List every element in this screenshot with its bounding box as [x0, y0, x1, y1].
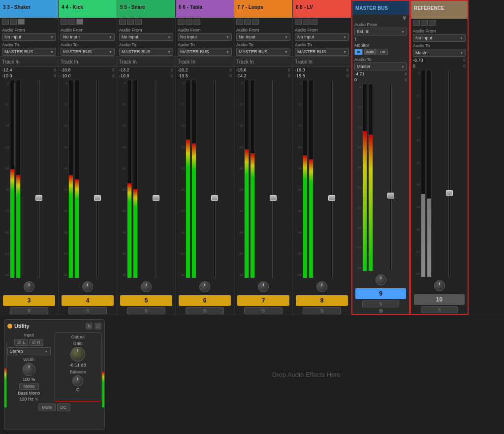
utility-refresh-icon[interactable]: ↻ [86, 323, 93, 330]
send-box[interactable] [252, 19, 259, 25]
monitor-off-button[interactable]: Off [378, 49, 388, 55]
pan-knob-masterbus[interactable] [376, 274, 386, 285]
hz-arrows[interactable]: ⇅ [35, 397, 38, 401]
audio-from-dropdown-lv[interactable]: No Input ▼ [295, 33, 349, 41]
audio-from-dropdown-reference[interactable]: No Input ▼ [413, 34, 466, 42]
send-box[interactable] [429, 20, 436, 26]
gain-label: Gain [57, 341, 100, 346]
width-knob[interactable] [23, 363, 35, 376]
track-number-lv[interactable]: 8 [296, 295, 348, 306]
pan-knob-lv[interactable] [316, 281, 327, 292]
audio-from-dropdown-masterbus[interactable]: Ext. In ▼ [354, 28, 407, 35]
send-box[interactable] [61, 19, 67, 25]
audio-from-dropdown-kick[interactable]: No Input ▼ [61, 33, 115, 41]
send-box[interactable] [10, 19, 17, 25]
phase-r-button[interactable]: ∅ R [29, 339, 43, 346]
monitor-auto-button[interactable]: Auto [364, 49, 377, 55]
send-box[interactable] [119, 19, 126, 25]
send-box[interactable] [421, 20, 428, 26]
solo-button-masterbus[interactable]: S [362, 300, 399, 307]
audio-to-dropdown-reference[interactable]: Master ▼ [413, 49, 466, 57]
solo-button-tabla[interactable]: S [186, 307, 224, 314]
fader-thumb-lv[interactable] [328, 195, 335, 201]
audio-to-dropdown-masterbus[interactable]: Master ▼ [354, 63, 407, 70]
send-box[interactable] [18, 19, 25, 25]
send-box[interactable] [76, 19, 83, 25]
fader-thumb-masterbus[interactable] [387, 193, 394, 199]
solo-button-shaker[interactable]: S [10, 307, 48, 314]
mono-button[interactable]: Mono [19, 383, 39, 390]
send-box[interactable] [236, 19, 243, 25]
fader-thumb-tabla[interactable] [211, 195, 218, 201]
mute-button[interactable]: Mute [38, 403, 55, 411]
gain-value: -6.11 dB [57, 363, 100, 367]
send-box[interactable] [2, 19, 9, 25]
track-number-kick[interactable]: 4 [62, 295, 114, 306]
send-box[interactable] [295, 19, 302, 25]
audio-from-dropdown-tabla[interactable]: No Input ▼ [178, 33, 232, 41]
send-box[interactable] [178, 19, 185, 25]
gain-knob[interactable] [70, 347, 85, 362]
track-number-shaker[interactable]: 3 [3, 295, 55, 306]
solo-button-lv[interactable]: S [303, 307, 341, 314]
fader-col-shaker[interactable] [22, 80, 56, 278]
audio-to-dropdown-lv[interactable]: MASTER BUS ▼ [295, 48, 349, 56]
track-number-loops[interactable]: 7 [237, 295, 289, 306]
send-box[interactable] [135, 19, 142, 25]
monitor-in-button[interactable]: In [354, 49, 363, 55]
channel-name-kick: 4 4 - Kick [62, 4, 83, 10]
dc-button[interactable]: DC [57, 403, 70, 411]
pan-knob-kick[interactable] [82, 281, 93, 292]
send-box[interactable] [68, 19, 75, 25]
monitor-label: Monitor [354, 43, 407, 48]
pan-knob-snare[interactable] [141, 281, 152, 292]
pan-knob-reference[interactable] [434, 280, 445, 291]
fader-thumb-loops[interactable] [270, 195, 277, 201]
phase-l-button[interactable]: ∅ L [14, 339, 28, 346]
audio-to-dropdown-snare[interactable]: MASTER BUS ▼ [119, 48, 173, 56]
track-number-masterbus[interactable]: 9 [355, 288, 406, 299]
utility-power-dot[interactable] [7, 324, 12, 329]
audio-from-dropdown-loops[interactable]: No Input ▼ [236, 33, 290, 41]
fader-thumb-snare[interactable] [153, 195, 159, 201]
track-in-tabla: Track In [176, 56, 234, 67]
send-box[interactable] [303, 19, 310, 25]
solo-button-reference[interactable]: S [421, 306, 458, 313]
audio-from-dropdown-shaker[interactable]: No Input ▼ [2, 33, 56, 41]
input-col: Input ∅ L ∅ R Stereo ▼ Width 100 % Mono [7, 333, 51, 401]
drop-audio-effects-area[interactable]: Drop Audio Effects Here [109, 315, 504, 434]
audio-to-dropdown-tabla[interactable]: MASTER BUS ▼ [178, 48, 232, 56]
track-number-reference[interactable]: 10 [414, 294, 465, 305]
track-number-tabla[interactable]: 6 [179, 295, 231, 306]
audio-to-dropdown-kick[interactable]: MASTER BUS ▼ [61, 48, 115, 56]
send-box[interactable] [186, 19, 192, 25]
audio-to-dropdown-loops[interactable]: MASTER BUS ▼ [236, 48, 290, 56]
utility-window-icon[interactable]: □ [94, 323, 101, 330]
track-number-snare[interactable]: 5 [120, 295, 172, 306]
send-box[interactable] [311, 19, 317, 25]
solo-button-kick[interactable]: S [68, 307, 107, 314]
audio-to-dropdown-shaker[interactable]: MASTER BUS ▼ [2, 48, 56, 56]
fader-thumb-reference[interactable] [446, 190, 453, 196]
send-box[interactable] [127, 19, 134, 25]
channel-header-snare: 5 5 - Snare [117, 0, 175, 14]
channel-header-reference: REFERENCE [411, 1, 468, 15]
fader-thumb-shaker[interactable] [35, 195, 42, 201]
mic-icon-row: 🎙 [352, 15, 409, 21]
output-label: Output [57, 334, 100, 339]
pan-knob-shaker[interactable] [24, 281, 34, 292]
send-box[interactable] [244, 19, 251, 25]
pan-knob-tabla[interactable] [199, 281, 210, 292]
hz-value: 120 Hz [19, 397, 33, 401]
solo-button-loops[interactable]: S [244, 307, 283, 314]
color-strip-loops [234, 14, 292, 18]
send-box[interactable] [413, 20, 420, 26]
solo-button-snare[interactable]: S [127, 307, 165, 314]
fader-thumb-kick[interactable] [94, 195, 101, 201]
send-box[interactable] [193, 19, 200, 25]
pan-knob-loops[interactable] [258, 281, 269, 292]
channel-snare: 5 5 - Snare Audio From No Input ▼ Audio … [117, 0, 176, 315]
audio-from-dropdown-snare[interactable]: No Input ▼ [119, 33, 173, 41]
stereo-dropdown[interactable]: Stereo ▼ [7, 347, 51, 355]
balance-knob[interactable] [72, 375, 83, 386]
